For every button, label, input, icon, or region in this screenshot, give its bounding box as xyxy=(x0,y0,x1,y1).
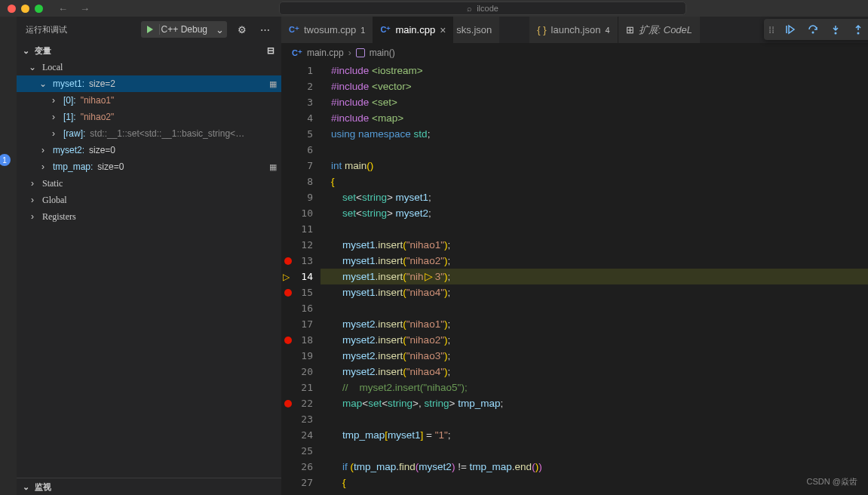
scope-global[interactable]: › Global xyxy=(17,192,281,208)
code-line[interactable]: { xyxy=(321,475,868,490)
code-line[interactable]: myset1.insert("nihao1"); xyxy=(321,237,868,253)
gutter-line[interactable]: 28 xyxy=(281,490,321,495)
code-line[interactable]: #include <map> xyxy=(321,110,868,126)
gutter-line[interactable]: ▷14 xyxy=(281,269,321,284)
code-line[interactable]: map<set<string>, string> tmp_map; xyxy=(321,395,868,411)
gutter-line[interactable]: 3 xyxy=(281,94,321,110)
code-line[interactable]: // myset2.insert("nihao5"); xyxy=(321,380,868,395)
variable-myset1-1[interactable]: › [1]: "nihao2" xyxy=(17,109,281,125)
code-line[interactable]: myset2.insert("nihao3"); xyxy=(321,348,868,364)
gutter-line[interactable]: 26 xyxy=(281,459,321,475)
debug-toolbar[interactable]: ⁞⁞ | ⌄ xyxy=(764,19,868,40)
scope-local[interactable]: ⌄ Local xyxy=(17,59,281,75)
code-line[interactable]: #include <vector> xyxy=(321,78,868,94)
nav-back-icon[interactable]: ← xyxy=(58,3,68,14)
view-hex-icon[interactable]: ▦ xyxy=(269,162,277,172)
gutter-line[interactable]: 22 xyxy=(281,395,321,411)
gear-icon[interactable]: ⚙ xyxy=(235,24,250,35)
more-icon[interactable]: ⋯ xyxy=(257,24,272,35)
gutter-line[interactable]: 1 xyxy=(281,63,321,78)
code-line[interactable]: myset2.insert("nihao4"); xyxy=(321,364,868,380)
code-line[interactable]: { xyxy=(321,174,868,189)
gutter-line[interactable]: 18 xyxy=(281,332,321,348)
code-line[interactable]: set<string> myset2; xyxy=(321,205,868,221)
variable-myset2[interactable]: › myset2: size=0 xyxy=(17,142,281,158)
gutter-line[interactable]: 2 xyxy=(281,78,321,94)
variable-myset1-raw[interactable]: › [raw]: std::__1::set<std::__1::basic_s… xyxy=(17,125,281,142)
code-line[interactable]: tmp_map[myset1] = "1"; xyxy=(321,427,868,443)
drag-handle-icon[interactable]: ⁞⁞ xyxy=(768,24,774,35)
watch-section-header[interactable]: ⌄ 监视 xyxy=(17,478,281,495)
gutter-line[interactable]: 12 xyxy=(281,237,321,253)
breakpoint-icon[interactable] xyxy=(284,289,292,297)
gutter-line[interactable]: 15 xyxy=(281,284,321,300)
scope-static[interactable]: › Static xyxy=(17,175,281,192)
scope-registers[interactable]: › Registers xyxy=(17,208,281,225)
gutter-line[interactable]: 9 xyxy=(281,189,321,205)
continue-button[interactable] xyxy=(784,23,797,36)
gutter-line[interactable]: 5 xyxy=(281,126,321,142)
gutter-line[interactable]: 25 xyxy=(281,443,321,459)
code-line[interactable]: myset1.insert(▷"nihao3"); xyxy=(321,269,868,284)
gutter-line[interactable]: 16 xyxy=(281,300,321,316)
close-tab-icon[interactable]: × xyxy=(440,24,446,36)
variable-myset1[interactable]: ⌄ myset1: size=2 ▦ xyxy=(17,75,281,92)
gutter-line[interactable]: 10 xyxy=(281,205,321,221)
step-out-button[interactable] xyxy=(851,23,865,36)
code-line[interactable]: myset2.insert("nihao1"); xyxy=(321,316,868,332)
code-line[interactable] xyxy=(321,300,868,316)
code-editor[interactable]: 12345678910111213▷1415161718192021222324… xyxy=(281,63,868,495)
step-into-button[interactable] xyxy=(829,23,842,36)
gutter-line[interactable]: 13 xyxy=(281,253,321,269)
gutter-line[interactable]: 8 xyxy=(281,174,321,189)
view-hex-icon[interactable]: ▦ xyxy=(269,79,277,89)
code-line[interactable] xyxy=(321,411,868,427)
variables-section-header[interactable]: ⌄ 变量 ⊟ xyxy=(17,42,281,59)
code-line[interactable]: myset1.insert("nihao2"); xyxy=(321,253,868,269)
code-line[interactable] xyxy=(321,443,868,459)
code-line[interactable]: using namespace std; xyxy=(321,126,868,142)
tab-launch[interactable]: { } launch.json 4 xyxy=(529,17,617,43)
code-line[interactable] xyxy=(321,221,868,237)
code-line[interactable]: if (tmp_map.find(myset2) != tmp_map.end(… xyxy=(321,459,868,475)
tab-main[interactable]: C⁺ main.cpp × xyxy=(373,17,453,43)
gutter-line[interactable]: 11 xyxy=(281,221,321,237)
variable-tmpmap[interactable]: › tmp_map: size=0 ▦ xyxy=(17,158,281,175)
variable-myset1-0[interactable]: › [0]: "nihao1" xyxy=(17,92,281,109)
code-line[interactable] xyxy=(321,142,868,158)
breakpoint-icon[interactable] xyxy=(284,400,292,407)
nav-forward-icon[interactable]: → xyxy=(80,3,90,14)
gutter-line[interactable]: 27 xyxy=(281,475,321,490)
start-debug-button[interactable] xyxy=(141,25,159,34)
breadcrumb-file[interactable]: main.cpp xyxy=(307,48,344,58)
tab-extension[interactable]: ⊞ 扩展: CodeL xyxy=(618,17,701,43)
gutter-line[interactable]: 23 xyxy=(281,411,321,427)
close-window-button[interactable] xyxy=(8,5,16,13)
line-gutter[interactable]: 12345678910111213▷1415161718192021222324… xyxy=(281,63,321,495)
gutter-line[interactable]: 6 xyxy=(281,142,321,158)
gutter-line[interactable]: 21 xyxy=(281,380,321,395)
maximize-window-button[interactable] xyxy=(35,5,43,13)
step-over-button[interactable] xyxy=(806,23,820,36)
chevron-down-icon[interactable]: ⌄ xyxy=(212,24,227,35)
code-body[interactable]: #include <iostream>#include <vector>#inc… xyxy=(321,63,868,495)
minimize-window-button[interactable] xyxy=(21,5,29,13)
tab-tasks[interactable]: sks.json xyxy=(453,17,499,43)
breadcrumb-symbol[interactable]: main() xyxy=(370,48,395,58)
collapse-all-icon[interactable]: ⊟ xyxy=(263,45,278,56)
code-line[interactable]: myset2.insert("nihao2"); xyxy=(321,332,868,348)
breadcrumb[interactable]: C⁺ main.cpp › main() xyxy=(281,43,868,63)
gutter-line[interactable]: 24 xyxy=(281,427,321,443)
code-line[interactable]: #include <set> xyxy=(321,94,868,110)
breakpoint-icon[interactable] xyxy=(284,337,292,344)
tab-twosum[interactable]: C⁺ twosum.cpp 1 xyxy=(281,17,373,43)
breakpoint-icon[interactable] xyxy=(284,257,292,265)
code-line[interactable]: myset1.insert("nihao4"); xyxy=(321,284,868,300)
code-line[interactable]: set<string> myset1; xyxy=(321,189,868,205)
code-line[interactable]: int main() xyxy=(321,158,868,174)
gutter-line[interactable]: 17 xyxy=(281,316,321,332)
code-line[interactable]: cout << "myset1 == myset2!" << endl: xyxy=(321,490,868,495)
gutter-line[interactable]: 4 xyxy=(281,110,321,126)
search-input[interactable]: ⌕ ilcode xyxy=(279,2,686,15)
gutter-line[interactable]: 7 xyxy=(281,158,321,174)
